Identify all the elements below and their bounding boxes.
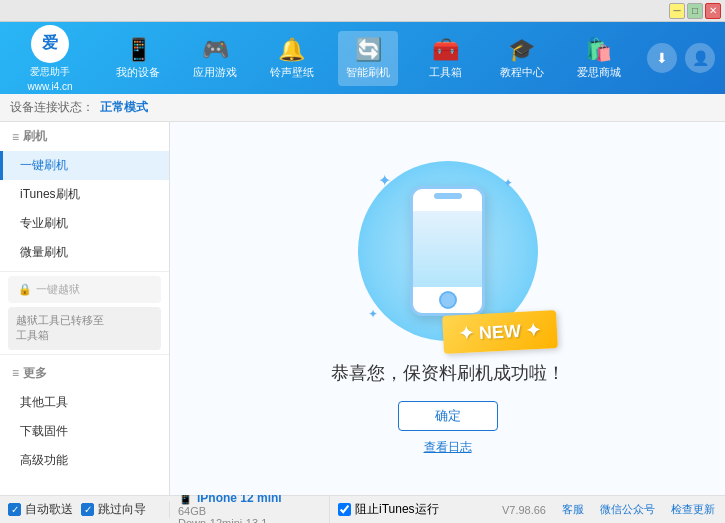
more-section-label: 更多 (23, 365, 47, 382)
smart-flash-icon: 🔄 (355, 37, 382, 63)
sidebar-section-more: ≡ 更多 (0, 359, 169, 388)
sidebar-item-other-tools[interactable]: 其他工具 (0, 388, 169, 417)
sparkle-3: ✦ (368, 307, 378, 321)
new-badge: ✦ NEW ✦ (443, 310, 559, 354)
wechat-public-link[interactable]: 微信公众号 (600, 502, 655, 517)
sidebar-item-pro-flash[interactable]: 专业刷机 (0, 209, 169, 238)
success-text: 恭喜您，保资料刷机成功啦！ (331, 361, 565, 385)
download-button[interactable]: ⬇ (647, 43, 677, 73)
logo: 爱 爱思助手 www.i4.cn (10, 25, 90, 92)
status-value: 正常模式 (100, 99, 148, 116)
auto-connect-label: 自动歌送 (25, 501, 73, 518)
device-details: 64GB (178, 505, 321, 517)
nav-smart-flash[interactable]: 🔄 智能刷机 (338, 31, 398, 86)
ringtones-icon: 🔔 (278, 37, 305, 63)
header: 爱 爱思助手 www.i4.cn 📱 我的设备 🎮 应用游戏 🔔 铃声壁纸 🔄 … (0, 22, 725, 94)
my-device-label: 我的设备 (116, 65, 160, 80)
device-firmware: Down-12mini-13,1 (178, 517, 321, 524)
phone-screen (413, 211, 482, 287)
nav-apps-games[interactable]: 🎮 应用游戏 (185, 31, 245, 86)
logo-symbol: 爱 (42, 33, 58, 54)
auto-connect-checkmark: ✓ (11, 504, 19, 515)
sparkle-1: ✦ (378, 171, 391, 190)
phone-notch (434, 193, 462, 199)
prevent-itunes-checkbox[interactable] (338, 503, 351, 516)
nav-tutorials[interactable]: 🎓 教程中心 (492, 31, 552, 86)
bottom-bar: ✓ 自动歌送 ✓ 跳过向导 📱 iPhone 12 mini 64GB Down… (0, 495, 725, 523)
skip-wizard-label: 跳过向导 (98, 501, 146, 518)
logo-url: www.i4.cn (27, 81, 72, 92)
main-layout: ≡ 刷机 一键刷机 iTunes刷机 专业刷机 微量刷机 🔒 一键越狱 越狱工具… (0, 122, 725, 495)
bottom-right: V7.98.66 客服 微信公众号 检查更新 (447, 502, 725, 517)
maximize-button[interactable]: □ (687, 3, 703, 19)
sidebar-divider-1 (0, 271, 169, 272)
nav-bar: 📱 我的设备 🎮 应用游戏 🔔 铃声壁纸 🔄 智能刷机 🧰 工具箱 🎓 教程中心… (100, 31, 637, 86)
apps-games-label: 应用游戏 (193, 65, 237, 80)
title-bar: ─ □ ✕ (0, 0, 725, 22)
header-right: ⬇ 👤 (647, 43, 715, 73)
flash-section-label: 刷机 (23, 128, 47, 145)
phone-bg-circle: ✦ ✦ ✦ ✦ NEW ✦ (358, 161, 538, 341)
sidebar: ≡ 刷机 一键刷机 iTunes刷机 专业刷机 微量刷机 🔒 一键越狱 越狱工具… (0, 122, 170, 495)
apps-games-icon: 🎮 (202, 37, 229, 63)
toolbox-label: 工具箱 (429, 65, 462, 80)
phone-home-button (439, 291, 457, 309)
sidebar-item-one-key-flash[interactable]: 一键刷机 (0, 151, 169, 180)
device-storage: 64GB (178, 505, 206, 517)
content-area: ✦ ✦ ✦ ✦ NEW ✦ 恭喜您，保资料刷机成功啦！ 确定 查看日志 (170, 122, 725, 495)
sidebar-section-flash: ≡ 刷机 (0, 122, 169, 151)
sidebar-item-restore-flash[interactable]: 微量刷机 (0, 238, 169, 267)
confirm-button[interactable]: 确定 (398, 401, 498, 431)
back-link[interactable]: 查看日志 (424, 439, 472, 456)
new-star-right: ✦ (526, 320, 542, 341)
new-star-left: ✦ (459, 323, 475, 344)
sidebar-item-advanced[interactable]: 高级功能 (0, 446, 169, 475)
auto-connect-checkbox[interactable]: ✓ 自动歌送 (8, 501, 73, 518)
my-device-icon: 📱 (125, 37, 152, 63)
shop-icon: 🛍️ (585, 37, 612, 63)
auto-connect-checkbox-box: ✓ (8, 503, 21, 516)
status-bar: 设备连接状态： 正常模式 (0, 94, 725, 122)
logo-circle: 爱 (31, 25, 69, 63)
lock-icon: 🔒 (18, 283, 32, 296)
nav-my-device[interactable]: 📱 我的设备 (108, 31, 168, 86)
skip-wizard-checkbox-box: ✓ (81, 503, 94, 516)
logo-text: 爱思助手 (30, 65, 70, 79)
smart-flash-label: 智能刷机 (346, 65, 390, 80)
jailbreak-label: 一键越狱 (36, 282, 80, 297)
version-text: V7.98.66 (502, 504, 546, 516)
prevent-itunes-label: 阻止iTunes运行 (355, 501, 439, 518)
sidebar-divider-2 (0, 354, 169, 355)
phone-illustration: ✦ ✦ ✦ ✦ NEW ✦ (358, 161, 538, 341)
toolbox-icon: 🧰 (432, 37, 459, 63)
tutorials-icon: 🎓 (508, 37, 535, 63)
sidebar-item-itunes-flash[interactable]: iTunes刷机 (0, 180, 169, 209)
skip-wizard-checkmark: ✓ (84, 504, 92, 515)
close-button[interactable]: ✕ (705, 3, 721, 19)
flash-section-icon: ≡ (12, 130, 19, 144)
tutorials-label: 教程中心 (500, 65, 544, 80)
minimize-button[interactable]: ─ (669, 3, 685, 19)
sparkle-2: ✦ (503, 176, 513, 190)
sidebar-item-download-firmware[interactable]: 下载固件 (0, 417, 169, 446)
nav-ringtones[interactable]: 🔔 铃声壁纸 (262, 31, 322, 86)
skip-wizard-checkbox[interactable]: ✓ 跳过向导 (81, 501, 146, 518)
phone-shape (410, 186, 485, 316)
sidebar-jailbreak-section: 🔒 一键越狱 (8, 276, 161, 303)
nav-toolbox[interactable]: 🧰 工具箱 (415, 31, 475, 86)
check-update-link[interactable]: 检查更新 (671, 502, 715, 517)
shop-label: 爱思商城 (577, 65, 621, 80)
user-button[interactable]: 👤 (685, 43, 715, 73)
jailbreak-note: 越狱工具已转移至工具箱 (8, 307, 161, 350)
status-label-text: 设备连接状态： (10, 99, 94, 116)
customer-service-link[interactable]: 客服 (562, 502, 584, 517)
device-info: 📱 iPhone 12 mini 64GB Down-12mini-13,1 (170, 491, 330, 524)
prevent-itunes[interactable]: 阻止iTunes运行 (330, 501, 447, 518)
bottom-checkboxes: ✓ 自动歌送 ✓ 跳过向导 (0, 501, 170, 518)
more-section-icon: ≡ (12, 366, 19, 380)
ringtones-label: 铃声壁纸 (270, 65, 314, 80)
nav-shop[interactable]: 🛍️ 爱思商城 (569, 31, 629, 86)
new-text: NEW (479, 321, 522, 343)
